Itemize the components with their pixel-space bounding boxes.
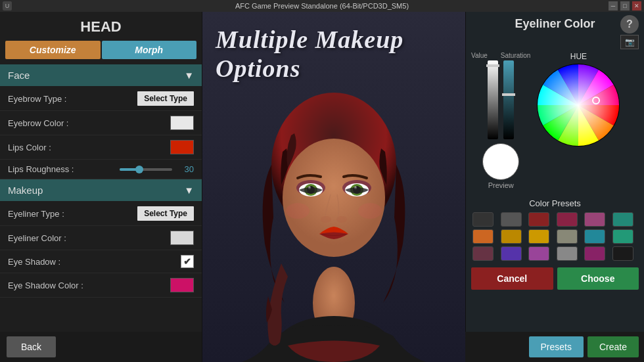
- preset-swatch-17[interactable]: [612, 246, 633, 261]
- color-picker-area: Value Saturation: [471, 52, 639, 189]
- tab-customize[interactable]: Customize: [5, 41, 101, 59]
- preset-swatch-16[interactable]: [584, 246, 605, 261]
- makeup-section-dropdown[interactable]: Makeup ▼: [0, 179, 202, 201]
- svg-point-14: [321, 216, 331, 223]
- character-svg: [222, 47, 446, 362]
- eyebrow-color-value: [170, 116, 194, 130]
- preset-swatch-14[interactable]: [528, 246, 549, 261]
- cancel-button[interactable]: Cancel: [471, 267, 553, 290]
- value-slider[interactable]: [488, 60, 498, 139]
- preview-circle: [482, 143, 519, 180]
- choose-button[interactable]: Choose: [557, 267, 639, 290]
- camera-button[interactable]: 📷: [620, 35, 639, 49]
- preset-swatch-10[interactable]: [584, 229, 605, 244]
- color-presets-section: Color Presets: [471, 198, 639, 261]
- presets-button[interactable]: Presets: [529, 336, 584, 357]
- eyebrow-type-label: Eyebrow Type :: [8, 94, 137, 104]
- lips-roughness-label: Lips Roughness :: [8, 164, 120, 174]
- lips-roughness-value: 30: [177, 164, 194, 174]
- eyeliner-type-row: Eyeliner Type : Select Type: [0, 202, 202, 226]
- preset-swatch-0[interactable]: [472, 212, 494, 227]
- hue-wheel-svg: [536, 62, 621, 148]
- lips-color-label: Lips Color :: [8, 143, 170, 152]
- lips-roughness-track[interactable]: [120, 168, 172, 171]
- properties-list: Face ▼ Eyebrow Type : Select Type Eyebro…: [0, 64, 202, 332]
- face-section-dropdown[interactable]: Face ▼: [0, 64, 202, 86]
- bottom-buttons: Back: [0, 332, 202, 362]
- svg-point-15: [336, 216, 347, 223]
- lips-color-value: [170, 140, 194, 154]
- eyebrow-color-swatch[interactable]: [170, 116, 194, 130]
- checkmark-icon: ✔: [183, 256, 191, 267]
- preset-swatch-7[interactable]: [501, 229, 522, 244]
- eyeliner-type-button[interactable]: Select Type: [137, 206, 194, 221]
- svg-point-16: [286, 203, 310, 219]
- saturation-slider-thumb[interactable]: [502, 93, 515, 96]
- eye-shadow-checkbox[interactable]: ✔: [181, 255, 194, 268]
- bottom-right-buttons: Presets Create: [465, 332, 644, 362]
- face-dropdown-arrow-icon: ▼: [184, 70, 194, 81]
- titlebar-text: AFC Game Preview Standalone (64-Bit/PCD3…: [235, 2, 409, 10]
- preview-wrap: Preview: [482, 143, 519, 189]
- hue-wheel[interactable]: [536, 62, 621, 148]
- value-label: Value: [471, 52, 488, 59]
- eye-shadow-color-swatch[interactable]: [170, 278, 194, 292]
- preset-swatch-8[interactable]: [528, 229, 549, 244]
- eyeliner-color-row: Eyeliner Color :: [0, 226, 202, 250]
- saturation-label: Saturation: [501, 52, 531, 59]
- saturation-slider[interactable]: [503, 60, 514, 139]
- eye-shadow-color-label: Eye Shadow Color :: [8, 281, 170, 290]
- eye-shadow-row: Eye Shadow : ✔: [0, 250, 202, 273]
- preset-swatch-11[interactable]: [612, 229, 633, 244]
- eyeliner-color-swatch[interactable]: [170, 231, 194, 245]
- lips-color-swatch[interactable]: [170, 140, 194, 154]
- preset-swatch-9[interactable]: [557, 229, 578, 244]
- maximize-button[interactable]: □: [620, 1, 630, 11]
- tab-morph[interactable]: Morph: [102, 41, 197, 59]
- preset-swatch-5[interactable]: [612, 212, 633, 227]
- create-button[interactable]: Create: [587, 336, 639, 357]
- eyeliner-type-label: Eyeliner Type :: [8, 209, 137, 219]
- value-slider-thumb[interactable]: [486, 64, 499, 67]
- face-section-label: Face: [8, 70, 30, 81]
- preset-swatch-15[interactable]: [557, 246, 578, 261]
- makeup-dropdown-arrow-icon: ▼: [184, 185, 194, 196]
- preset-swatch-3[interactable]: [557, 212, 578, 227]
- eyeliner-color-value: [170, 231, 194, 245]
- vs-labels-row: Value Saturation: [471, 52, 530, 59]
- close-button[interactable]: ✕: [632, 1, 641, 11]
- lips-roughness-slider-container: 30: [120, 164, 194, 174]
- unreal-logo: U: [3, 1, 12, 11]
- preset-swatch-1[interactable]: [501, 212, 522, 227]
- eyebrow-color-label: Eyebrow Color :: [8, 118, 170, 128]
- left-panel: HEAD Customize Morph Face ▼ Eyebrow Type…: [0, 12, 202, 362]
- right-panel: Eyeliner Color ? 📷 Value Saturation: [465, 12, 644, 362]
- center-preview-area: Multiple Makeup Options: [202, 12, 465, 362]
- lips-roughness-thumb[interactable]: [135, 166, 143, 173]
- action-buttons: Cancel Choose: [471, 267, 639, 290]
- value-slider-wrap: [488, 60, 498, 139]
- presets-title: Color Presets: [471, 198, 639, 208]
- titlebar-controls: ─ □ ✕: [609, 1, 641, 11]
- back-button[interactable]: Back: [7, 336, 56, 357]
- eye-shadow-color-value: [170, 278, 194, 292]
- panel-title: HEAD: [0, 12, 202, 41]
- help-button[interactable]: ?: [620, 15, 639, 34]
- color-panel-header: Eyeliner Color ?: [471, 17, 639, 31]
- preset-swatch-4[interactable]: [584, 212, 605, 227]
- lips-roughness-row: Lips Roughness : 30: [0, 160, 202, 179]
- preset-swatch-12[interactable]: [472, 246, 494, 261]
- minimize-button[interactable]: ─: [609, 1, 618, 11]
- value-saturation-sliders: [488, 60, 514, 139]
- svg-point-17: [358, 203, 382, 219]
- color-panel-title: Eyeliner Color: [515, 17, 595, 31]
- svg-point-20: [538, 64, 619, 146]
- preset-swatch-6[interactable]: [472, 229, 494, 244]
- hue-section: HUE: [536, 52, 621, 189]
- presets-grid: [471, 212, 639, 261]
- character-preview: [222, 47, 446, 362]
- preset-swatch-2[interactable]: [528, 212, 549, 227]
- lips-color-row: Lips Color :: [0, 135, 202, 160]
- preset-swatch-13[interactable]: [501, 246, 522, 261]
- eyebrow-type-button[interactable]: Select Type: [137, 91, 194, 106]
